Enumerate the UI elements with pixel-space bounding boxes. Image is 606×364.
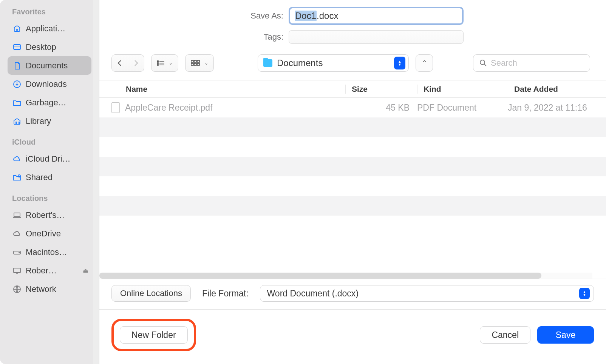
sidebar-item-applications[interactable]: Applicati… <box>8 19 91 38</box>
sidebar-scrollbar[interactable] <box>93 0 99 364</box>
nav-group <box>111 54 144 72</box>
sidebar-item-garbage[interactable]: Garbage… <box>8 93 91 112</box>
sidebar-item-onedrive[interactable]: OneDrive <box>8 224 91 243</box>
format-row: Online Locations File Format: Word Docum… <box>99 279 606 310</box>
search-input[interactable]: Search <box>473 54 590 72</box>
file-date: Jan 9, 2022 at 11:16 <box>508 103 606 113</box>
sidebar: Favorites Applicati… Desktop Documents D… <box>0 0 99 364</box>
sidebar-item-roberts-mac[interactable]: Robert's… <box>8 206 91 224</box>
sidebar-item-label: Documents <box>26 61 88 71</box>
svg-point-5 <box>19 252 20 253</box>
document-icon <box>12 61 22 71</box>
sidebar-item-label: Rober… <box>26 266 79 276</box>
library-icon <box>12 116 22 126</box>
sidebar-item-documents[interactable]: Documents <box>8 56 91 75</box>
sidebar-item-label: iCloud Dri… <box>26 154 88 164</box>
search-placeholder: Search <box>491 58 517 68</box>
svg-rect-14 <box>191 63 193 65</box>
sidebar-item-desktop[interactable]: Desktop <box>8 38 91 56</box>
file-row-empty: . <box>99 216 606 235</box>
sidebar-item-shared[interactable]: Shared <box>8 168 91 187</box>
highlight-new-folder: New Folder <box>111 319 196 351</box>
location-dropdown[interactable]: Documents ▲▼ <box>258 54 409 72</box>
tags-input[interactable] <box>289 30 464 44</box>
group-by-button[interactable]: ⌄ <box>185 54 214 72</box>
svg-rect-0 <box>14 45 20 49</box>
col-size[interactable]: Size <box>345 85 417 94</box>
view-list-button[interactable]: ⌄ <box>151 54 178 72</box>
sidebar-item-label: Desktop <box>26 42 88 52</box>
sidebar-item-library[interactable]: Library <box>8 112 91 130</box>
chevron-down-icon: ⌄ <box>169 60 173 66</box>
sidebar-section-locations: Locations <box>12 194 99 203</box>
new-folder-button[interactable]: New Folder <box>120 326 188 344</box>
file-area: Name Size Kind Date Added AppleCare Rece… <box>99 80 606 279</box>
laptop-icon <box>12 210 22 220</box>
file-kind: PDF Document <box>417 103 508 113</box>
save-label: Save <box>556 330 575 340</box>
chevron-down-icon: ⌄ <box>204 60 208 66</box>
file-row-empty: . <box>99 157 606 176</box>
file-rows: AppleCare Receipt.pdf 45 KB PDF Document… <box>99 98 606 273</box>
cloud-icon <box>12 229 22 239</box>
online-locations-button[interactable]: Online Locations <box>111 285 191 302</box>
collapse-button[interactable]: ⌃ <box>416 54 433 72</box>
sidebar-item-label: Shared <box>26 173 88 182</box>
top-fields: Save As: Doc1.docx Tags: <box>99 0 606 53</box>
file-row-empty: . <box>99 117 606 137</box>
apps-icon <box>12 24 22 34</box>
display-icon <box>12 266 22 276</box>
svg-rect-13 <box>197 60 199 62</box>
toolbar: ⌄ ⌄ Documents ▲▼ ⌃ Search <box>99 53 606 80</box>
sidebar-item-label: Network <box>26 284 88 294</box>
desktop-icon <box>12 42 22 52</box>
forward-button[interactable] <box>128 54 144 72</box>
dropdown-stepper-icon: ▲▼ <box>579 288 590 299</box>
sidebar-section-icloud: iCloud <box>12 138 99 147</box>
svg-rect-16 <box>197 63 199 65</box>
sidebar-item-macintosh-hd[interactable]: Macintos… <box>8 243 91 261</box>
folder-icon <box>263 59 272 67</box>
globe-icon <box>12 284 22 294</box>
sidebar-item-label: Downloads <box>26 79 88 89</box>
sidebar-item-robert-display[interactable]: Rober… ⏏ <box>8 261 91 280</box>
svg-rect-3 <box>14 213 20 217</box>
file-format-label: File Format: <box>202 288 249 299</box>
eject-icon[interactable]: ⏏ <box>83 267 88 274</box>
sidebar-item-downloads[interactable]: Downloads <box>8 75 91 93</box>
online-locations-label: Online Locations <box>120 288 182 298</box>
horizontal-scrollbar[interactable] <box>99 273 592 279</box>
sidebar-item-label: Applicati… <box>26 24 88 34</box>
search-icon <box>479 59 487 67</box>
svg-point-10 <box>158 65 158 65</box>
save-as-input[interactable]: Doc1.docx <box>289 7 464 25</box>
tags-label: Tags: <box>242 32 283 42</box>
col-name[interactable]: Name <box>99 85 345 94</box>
svg-point-2 <box>18 175 20 177</box>
cancel-label: Cancel <box>492 330 519 340</box>
cancel-button[interactable]: Cancel <box>480 326 530 344</box>
dropdown-stepper-icon: ▲▼ <box>394 57 405 69</box>
col-date[interactable]: Date Added <box>508 85 606 94</box>
file-name: AppleCare Receipt.pdf <box>125 103 212 113</box>
shared-folder-icon <box>12 173 22 182</box>
file-row[interactable]: AppleCare Receipt.pdf 45 KB PDF Document… <box>99 98 606 117</box>
file-row-empty: . <box>99 137 606 157</box>
sidebar-section-favorites: Favorites <box>12 8 99 16</box>
cloud-icon <box>12 154 22 164</box>
col-kind[interactable]: Kind <box>417 85 508 94</box>
file-format-value: Word Document (.docx) <box>267 288 359 299</box>
save-button[interactable]: Save <box>537 326 594 344</box>
file-format-dropdown[interactable]: Word Document (.docx) ▲▼ <box>260 285 594 302</box>
file-size: 45 KB <box>345 103 417 113</box>
svg-rect-12 <box>194 60 196 62</box>
filename-extension: .docx <box>317 11 338 21</box>
sidebar-item-icloud-drive[interactable]: iCloud Dri… <box>8 150 91 168</box>
back-button[interactable] <box>111 54 128 72</box>
chevron-up-icon: ⌃ <box>422 59 427 67</box>
save-as-label: Save As: <box>242 11 283 21</box>
sidebar-item-network[interactable]: Network <box>8 280 91 298</box>
filename-selection: Doc1 <box>295 11 317 21</box>
new-folder-label: New Folder <box>131 330 176 340</box>
download-icon <box>12 79 22 89</box>
